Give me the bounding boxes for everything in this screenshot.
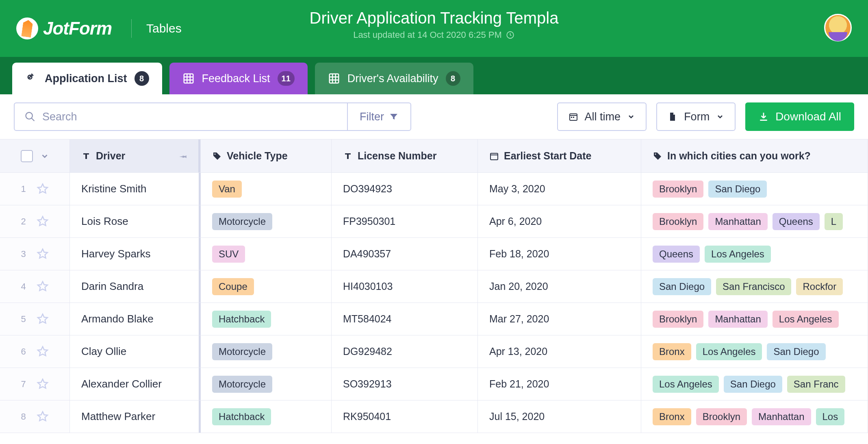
city-tag[interactable]: Bronx — [653, 408, 691, 425]
time-filter-button[interactable]: All time — [557, 102, 647, 131]
cell-date[interactable]: Apr 6, 2020 — [478, 205, 641, 237]
column-header-driver[interactable]: Driver — [70, 139, 201, 172]
city-tag[interactable]: San Diego — [708, 181, 767, 198]
star-icon[interactable] — [37, 313, 49, 325]
cell-license[interactable]: MT584024 — [332, 303, 478, 335]
table-row[interactable]: 7Alexander CollierMotorcycleSO392913Feb … — [0, 368, 868, 400]
cell-vehicle[interactable]: Coupe — [201, 270, 332, 303]
city-tag[interactable]: San Francisco — [716, 278, 791, 295]
star-icon[interactable] — [37, 346, 49, 358]
city-tag[interactable]: Brooklyn — [653, 213, 703, 230]
cell-vehicle[interactable]: Motorcycle — [201, 205, 332, 237]
vehicle-tag[interactable]: Motorcycle — [212, 213, 272, 230]
city-tag[interactable]: San Diego — [653, 278, 711, 295]
cell-vehicle[interactable]: Motorcycle — [201, 368, 332, 400]
brand-logo[interactable]: JotForm Tables — [16, 17, 182, 39]
vehicle-tag[interactable]: Hatchback — [212, 408, 271, 425]
table-row[interactable]: 8Matthew ParkerHatchbackRK950401Jul 15, … — [0, 400, 868, 433]
cell-license[interactable]: DG929482 — [332, 335, 478, 368]
city-tag[interactable]: Brooklyn — [653, 311, 703, 328]
city-tag[interactable]: Rockfor — [796, 278, 843, 295]
cell-driver[interactable]: Armando Blake — [70, 303, 201, 335]
column-header-cities[interactable]: In which cities can you work? — [641, 139, 868, 172]
cell-cities[interactable]: Los AngelesSan DiegoSan Franc — [641, 368, 868, 400]
form-button[interactable]: Form — [656, 102, 736, 131]
chevron-down-icon[interactable] — [40, 152, 49, 161]
cell-driver[interactable]: Darin Sandra — [70, 270, 201, 303]
cell-license[interactable]: SO392913 — [332, 368, 478, 400]
city-tag[interactable]: Los Angeles — [653, 376, 719, 393]
vehicle-tag[interactable]: Motorcycle — [212, 376, 272, 393]
cell-license[interactable]: HI4030103 — [332, 270, 478, 303]
star-icon[interactable] — [37, 378, 49, 390]
city-tag[interactable]: San Franc — [787, 376, 845, 393]
cell-cities[interactable]: San DiegoSan FranciscoRockfor — [641, 270, 868, 303]
tab-feedback-list[interactable]: Feedback List11 — [169, 63, 308, 94]
cell-cities[interactable]: BronxBrooklynManhattanLos — [641, 400, 868, 433]
column-header-vehicle[interactable]: Vehicle Type — [201, 139, 332, 172]
cell-driver[interactable]: Lois Rose — [70, 205, 201, 237]
city-tag[interactable]: Los Angeles — [696, 343, 762, 360]
city-tag[interactable]: Los — [816, 408, 845, 425]
city-tag[interactable]: San Diego — [724, 376, 782, 393]
cell-vehicle[interactable]: SUV — [201, 238, 332, 270]
cell-date[interactable]: Jul 15, 2020 — [478, 400, 641, 433]
table-row[interactable]: 4Darin SandraCoupeHI4030103Jan 20, 2020S… — [0, 270, 868, 303]
star-icon[interactable] — [37, 411, 49, 423]
cell-driver[interactable]: Matthew Parker — [70, 400, 201, 433]
city-tag[interactable]: Manhattan — [752, 408, 811, 425]
tab-driver-s-availability[interactable]: Driver's Availability8 — [315, 63, 473, 94]
cell-date[interactable]: Jan 20, 2020 — [478, 270, 641, 303]
cell-cities[interactable]: QueensLos Angeles — [641, 238, 868, 270]
history-icon[interactable] — [506, 30, 515, 39]
cell-driver[interactable]: Harvey Sparks — [70, 238, 201, 270]
pin-icon[interactable] — [178, 151, 188, 161]
cell-cities[interactable]: BrooklynManhattanLos Angeles — [641, 303, 868, 335]
city-tag[interactable]: Brooklyn — [696, 408, 747, 425]
cell-date[interactable]: Feb 21, 2020 — [478, 368, 641, 400]
star-icon[interactable] — [37, 248, 49, 260]
cell-date[interactable]: May 3, 2020 — [478, 173, 641, 205]
table-row[interactable]: 1Kristine SmithVanDO394923May 3, 2020Bro… — [0, 173, 868, 205]
cell-date[interactable]: Apr 13, 2020 — [478, 335, 641, 368]
star-icon[interactable] — [37, 183, 49, 195]
vehicle-tag[interactable]: Coupe — [212, 278, 254, 295]
city-tag[interactable]: Los Angeles — [705, 246, 771, 263]
cell-license[interactable]: RK950401 — [332, 400, 478, 433]
city-tag[interactable]: Queens — [773, 213, 820, 230]
city-tag[interactable]: Manhattan — [708, 213, 767, 230]
vehicle-tag[interactable]: Hatchback — [212, 311, 271, 328]
cell-date[interactable]: Feb 18, 2020 — [478, 238, 641, 270]
cell-cities[interactable]: BronxLos AngelesSan Diego — [641, 335, 868, 368]
city-tag[interactable]: Brooklyn — [653, 181, 703, 198]
cell-cities[interactable]: BrooklynSan Diego — [641, 173, 868, 205]
city-tag[interactable]: Los Angeles — [773, 311, 839, 328]
search-box[interactable] — [15, 103, 348, 130]
cell-vehicle[interactable]: Hatchback — [201, 400, 332, 433]
column-header-date[interactable]: Earliest Start Date — [478, 139, 641, 172]
download-all-button[interactable]: Download All — [745, 102, 854, 131]
city-tag[interactable]: Manhattan — [708, 311, 767, 328]
cell-vehicle[interactable]: Van — [201, 173, 332, 205]
avatar[interactable] — [824, 14, 852, 41]
cell-date[interactable]: Mar 27, 2020 — [478, 303, 641, 335]
table-row[interactable]: 5Armando BlakeHatchbackMT584024Mar 27, 2… — [0, 303, 868, 335]
select-all-checkbox[interactable] — [21, 150, 33, 162]
city-tag[interactable]: San Diego — [767, 343, 825, 360]
table-row[interactable]: 3Harvey SparksSUVDA490357Feb 18, 2020Que… — [0, 238, 868, 270]
vehicle-tag[interactable]: Van — [212, 181, 242, 198]
table-row[interactable]: 2Lois RoseMotorcycleFP3950301Apr 6, 2020… — [0, 205, 868, 238]
city-tag[interactable]: Queens — [653, 246, 700, 263]
city-tag[interactable]: L — [825, 213, 843, 230]
cell-vehicle[interactable]: Hatchback — [201, 303, 332, 335]
city-tag[interactable]: Bronx — [653, 343, 691, 360]
star-icon[interactable] — [37, 215, 49, 228]
vehicle-tag[interactable]: Motorcycle — [212, 343, 272, 360]
cell-license[interactable]: FP3950301 — [332, 205, 478, 237]
cell-cities[interactable]: BrooklynManhattanQueensL — [641, 205, 868, 237]
column-header-license[interactable]: License Number — [332, 139, 478, 172]
cell-vehicle[interactable]: Motorcycle — [201, 335, 332, 368]
cell-license[interactable]: DA490357 — [332, 238, 478, 270]
tab-application-list[interactable]: Application List8 — [12, 63, 162, 94]
cell-driver[interactable]: Kristine Smith — [70, 173, 201, 205]
